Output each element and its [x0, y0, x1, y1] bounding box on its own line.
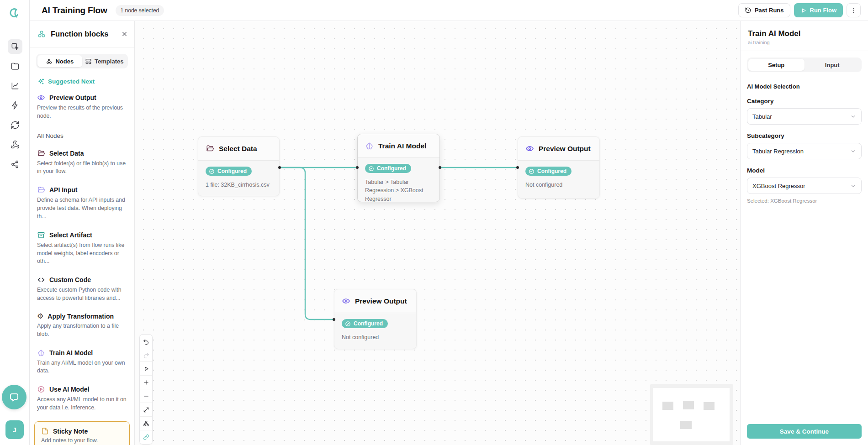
run-flow-button[interactable]: Run Flow	[794, 3, 843, 17]
configured-badge: Configured	[365, 164, 411, 173]
tab-input[interactable]: Input	[804, 59, 861, 71]
minimap[interactable]	[650, 384, 733, 445]
configured-badge: Configured	[525, 167, 572, 176]
share-icon[interactable]	[8, 157, 22, 172]
flow-edges	[135, 21, 740, 445]
chat-bubble-button[interactable]	[2, 385, 26, 409]
model-label: Model	[747, 167, 862, 174]
section-ai-model-selection: AI Model Selection	[747, 83, 862, 90]
tab-templates[interactable]: Templates	[82, 55, 127, 67]
folder-open-icon	[37, 149, 45, 157]
app-logo[interactable]	[5, 5, 21, 20]
node-item-select-data[interactable]: Select Data Select folder(s) or file blo…	[37, 149, 127, 176]
brain-icon	[365, 141, 374, 150]
node-item-apply-transformation[interactable]: ⚙ Apply Transformation Apply any transfo…	[37, 313, 127, 339]
inspector-subtitle: ai.training	[748, 40, 861, 45]
sparkles-icon	[37, 78, 45, 85]
blocks-icon	[37, 30, 46, 39]
all-nodes-heading: All Nodes	[37, 132, 127, 139]
configured-badge: Configured	[206, 167, 252, 176]
brain-icon	[37, 349, 45, 357]
chevron-down-icon	[850, 183, 856, 189]
tab-setup[interactable]: Setup	[748, 59, 804, 71]
canvas-node-select-data[interactable]: Select Data Configured 1 file: 32KB_cirr…	[198, 136, 280, 196]
play-icon	[800, 7, 807, 14]
user-avatar[interactable]: J	[5, 420, 24, 439]
undo-button[interactable]	[140, 335, 152, 348]
metrics-icon[interactable]	[8, 79, 22, 93]
zoom-out-button[interactable]	[140, 389, 152, 403]
canvas-node-train-ai-model[interactable]: Train AI Model Configured Tabular > Tabu…	[357, 134, 440, 202]
node-item-train-ai-model[interactable]: Train AI Model Train any AI/ML model on …	[37, 349, 127, 376]
chevron-down-icon	[850, 114, 856, 120]
category-select[interactable]: Tabular	[747, 108, 862, 125]
play-circle-icon	[37, 385, 45, 393]
selection-status-badge: 1 node selected	[116, 5, 164, 16]
folder-open-icon	[37, 186, 45, 194]
canvas-node-preview-output-right[interactable]: Preview Output Configured Not configured	[518, 136, 600, 199]
eye-icon	[525, 144, 534, 153]
category-label: Category	[747, 98, 862, 105]
node-item-custom-code[interactable]: Custom Code Execute custom Python code w…	[37, 276, 127, 303]
configured-badge: Configured	[342, 319, 388, 328]
node-inspector-panel: Train AI Model ai.training Setup Input A…	[740, 21, 868, 445]
panel-tabs: Nodes Templates	[36, 54, 128, 68]
function-blocks-panel: Function blocks Nodes Templates Suggeste…	[30, 21, 135, 445]
gear-icon: ⚙	[37, 313, 43, 320]
suggested-next-heading: Suggested Next	[37, 78, 127, 85]
sticky-note-icon	[41, 427, 49, 435]
eye-icon	[342, 297, 350, 305]
more-options-button[interactable]	[847, 3, 861, 17]
suggested-item-preview-output[interactable]: Preview Output Preview the results of th…	[37, 94, 127, 120]
webhook-icon[interactable]	[8, 137, 22, 152]
folder-open-icon	[206, 144, 214, 153]
close-icon[interactable]	[121, 31, 128, 37]
node-item-use-ai-model[interactable]: Use AI Model Access any AI/ML model to r…	[37, 385, 127, 412]
redo-button[interactable]	[140, 348, 152, 362]
model-select[interactable]: XGBoost Regressor	[747, 178, 862, 194]
code-brackets-icon	[37, 276, 45, 284]
flow-editor-icon[interactable]	[8, 39, 22, 54]
link-button[interactable]	[140, 430, 152, 444]
left-rail: J	[0, 0, 30, 445]
eye-icon	[37, 94, 45, 102]
node-item-api-input[interactable]: API Input Define a schema for API inputs…	[37, 186, 127, 220]
zoom-in-button[interactable]	[140, 376, 152, 389]
minimap-viewport	[653, 388, 730, 441]
past-runs-button[interactable]: Past Runs	[738, 3, 790, 17]
canvas-toolbar	[139, 334, 153, 445]
history-icon	[745, 7, 752, 14]
top-header: AI Training Flow 1 node selected Past Ru…	[30, 0, 868, 21]
chevron-down-icon	[850, 148, 856, 154]
panel-title: Function blocks	[51, 30, 109, 38]
folder-icon[interactable]	[8, 59, 22, 73]
bolt-icon[interactable]	[8, 98, 22, 113]
fit-view-button[interactable]	[140, 403, 152, 417]
archive-box-icon	[37, 231, 45, 239]
auto-layout-button[interactable]	[140, 417, 152, 430]
subcategory-label: Subcategory	[747, 132, 862, 139]
kebab-menu-icon	[850, 7, 857, 14]
flow-canvas[interactable]: Select Data Configured 1 file: 32KB_cirr…	[135, 21, 740, 445]
save-continue-button[interactable]: Save & Continue	[747, 424, 862, 439]
selected-model-note: Selected: XGBoost Regressor	[747, 198, 862, 204]
subcategory-select[interactable]: Tabular Regression	[747, 143, 862, 159]
run-button[interactable]	[140, 362, 152, 376]
sync-icon[interactable]	[8, 118, 22, 132]
tab-nodes[interactable]: Nodes	[37, 55, 82, 67]
page-title: AI Training Flow	[42, 5, 107, 16]
node-item-sticky-note[interactable]: Sticky Note Add notes to your flow.	[34, 421, 130, 445]
inspector-title: Train AI Model	[748, 29, 861, 38]
canvas-node-preview-output-bottom[interactable]: Preview Output Configured Not configured	[334, 289, 417, 349]
node-item-select-artifact[interactable]: Select Artifact Select artifact(s) from …	[37, 231, 127, 266]
